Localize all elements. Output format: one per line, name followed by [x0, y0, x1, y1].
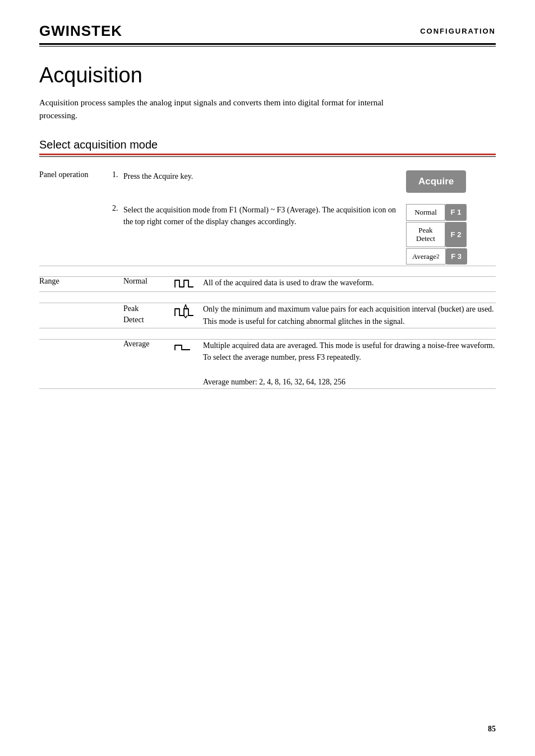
- fkey-label-average: Average2: [406, 248, 446, 265]
- panel-operation-label: Panel operation: [39, 170, 112, 204]
- average-wave-icon: [174, 340, 193, 352]
- range-table: Range Normal All of t: [39, 276, 496, 400]
- range-divider-row: Range Normal All of t: [39, 266, 496, 409]
- logo: GWINSTEK: [39, 22, 122, 40]
- fkey-badge-f1[interactable]: F 1: [445, 204, 467, 221]
- range-peak-label: [39, 303, 112, 328]
- range-peak-spacer: [112, 303, 123, 328]
- page-content: Acquisition Acquisition process samples …: [39, 47, 496, 409]
- fkey-group: Normal F 1 PeakDetect F 2 Average2: [406, 204, 496, 266]
- average-sub: 2: [436, 253, 440, 260]
- fkey-badge-f3[interactable]: F 3: [446, 248, 467, 265]
- page-title: Acquisition: [39, 63, 496, 87]
- section-line-red: [39, 154, 496, 155]
- logo-instek: INSTEK: [66, 22, 122, 39]
- fkey-label-normal: Normal: [406, 204, 445, 221]
- fkey-label-peak: PeakDetect: [406, 222, 445, 247]
- fkey-badge-f2[interactable]: F 2: [445, 222, 467, 247]
- header-divider-thick: [39, 43, 496, 45]
- range-average-mode: Average: [123, 339, 174, 388]
- logo-gw: GW: [39, 22, 66, 39]
- intro-text: Acquisition process samples the analog i…: [39, 96, 404, 122]
- range-normal-spacer-row: [39, 292, 496, 303]
- step2-row: 2. Select the acquisition mode from F1 (…: [39, 204, 496, 266]
- range-average-icon: [174, 339, 203, 388]
- peak-wave-icon: [174, 303, 197, 319]
- range-normal-row: Range Normal All of t: [39, 277, 496, 292]
- normal-wave-icon: [174, 277, 195, 289]
- page-number: 85: [488, 725, 496, 734]
- range-average-label: [39, 339, 112, 388]
- step2-text: Select the acquisition mode from F1 (Nor…: [123, 204, 406, 266]
- step1-row: Panel operation 1. Press the Acquire key…: [39, 170, 496, 204]
- range-average-desc: Multiple acquired data are averaged. Thi…: [203, 339, 496, 388]
- operation-table: Panel operation 1. Press the Acquire key…: [39, 170, 496, 409]
- section-heading: Select acquisition mode: [39, 138, 496, 151]
- section-line-black: [39, 156, 496, 157]
- range-average-spacer: [112, 339, 123, 388]
- page: GWINSTEK CONFIGURATION Acquisition Acqui…: [0, 0, 535, 756]
- range-peak-mode: PeakDetect: [123, 303, 174, 328]
- range-peak-icon: [174, 303, 203, 328]
- range-average-number: Average number: 2, 4, 8, 16, 32, 64, 128…: [203, 378, 345, 386]
- step1-button-area: Acquire: [406, 170, 496, 204]
- page-header: GWINSTEK CONFIGURATION: [39, 22, 496, 40]
- fkey-row-3: Average2 F 3: [406, 248, 496, 265]
- range-normal-icon: [174, 277, 203, 292]
- section-label: CONFIGURATION: [420, 27, 496, 35]
- range-normal-spacer: [112, 277, 123, 292]
- range-peak-desc: Only the minimum and maximum value pairs…: [203, 303, 496, 328]
- range-average-desc-text: Multiple acquired data are averaged. Thi…: [203, 341, 495, 362]
- step1-number: 1.: [112, 170, 123, 204]
- fkey-row-1: Normal F 1: [406, 204, 496, 221]
- range-average-row: Average Multiple acquired data are av: [39, 339, 496, 388]
- step2-label: [39, 204, 112, 266]
- fkey-row-2: PeakDetect F 2: [406, 222, 496, 247]
- range-bottom-spacer: [39, 388, 496, 400]
- step2-buttons: Normal F 1 PeakDetect F 2 Average2: [406, 204, 496, 266]
- range-peak-row: PeakDetect: [39, 303, 496, 328]
- range-normal-desc: All of the acquired data is used to draw…: [203, 277, 496, 292]
- step1-text: Press the Acquire key.: [123, 170, 406, 204]
- step2-number: 2.: [112, 204, 123, 266]
- range-section-label: Range: [39, 277, 112, 292]
- range-peak-spacer-row: [39, 328, 496, 339]
- acquire-button[interactable]: Acquire: [406, 170, 466, 193]
- range-normal-mode: Normal: [123, 277, 174, 292]
